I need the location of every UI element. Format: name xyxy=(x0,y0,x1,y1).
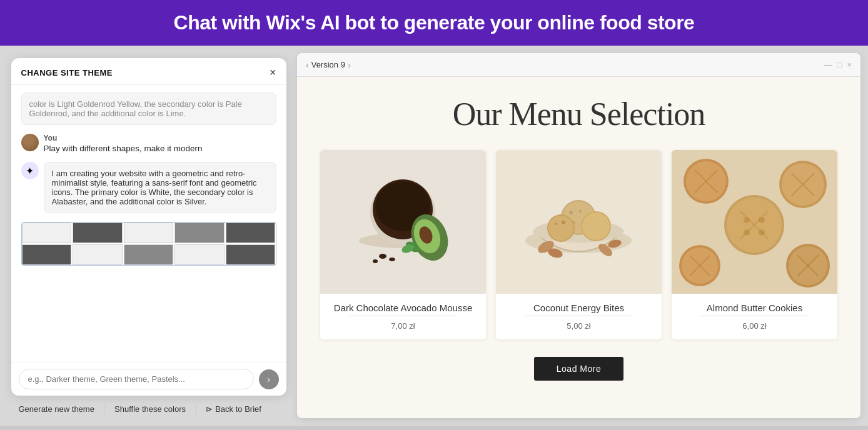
chat-actions: Generate new theme | Shuffle these color… xyxy=(11,396,286,419)
svg-point-10 xyxy=(373,259,378,263)
grid-cell-4 xyxy=(174,222,225,243)
chat-body: color is Light Goldenrod Yellow, the sec… xyxy=(11,85,286,362)
svg-point-39 xyxy=(759,217,765,223)
grid-cell-7 xyxy=(73,244,123,265)
product-info-energy: Coconut Energy Bites 5,00 zł xyxy=(496,294,662,339)
svg-point-24 xyxy=(548,216,573,241)
user-message-text: Play with different shapes, make it mode… xyxy=(44,144,203,153)
svg-point-25 xyxy=(555,222,557,225)
product-image-cookies xyxy=(672,150,837,294)
nav-prev-arrow[interactable]: ‹ xyxy=(306,60,309,70)
product-price-cookies: 6,00 zł xyxy=(682,321,827,331)
main-area: CHANGE SITE THEME × color is Light Golde… xyxy=(0,46,868,426)
generate-new-theme-button[interactable]: Generate new theme xyxy=(14,402,99,416)
generate-new-theme-label: Generate new theme xyxy=(19,404,94,414)
grid-cell-9 xyxy=(174,244,225,265)
browser-bar: ‹ Version 9 › — □ × xyxy=(297,53,860,77)
separator-1: | xyxy=(103,404,106,415)
product-price-chocolate: 7,00 zł xyxy=(330,321,476,331)
grid-cell-3 xyxy=(124,222,174,243)
grid-cell-8 xyxy=(124,244,174,265)
minimize-button[interactable]: — xyxy=(824,60,832,69)
ai-message-row: ✦ I am creating your website with a geom… xyxy=(21,162,276,213)
right-panel: ‹ Version 9 › — □ × Our Menu Selection xyxy=(297,53,860,418)
top-banner: Chat with Wix's AI bot to generate your … xyxy=(0,0,868,46)
back-to-brief-label: Back to Brief xyxy=(215,404,261,414)
site-title: Our Menu Selection xyxy=(453,96,705,132)
grid-cell-1 xyxy=(22,222,72,243)
back-to-brief-button[interactable]: ⊳ Back to Brief xyxy=(201,402,266,416)
svg-point-18 xyxy=(569,211,573,214)
svg-point-9 xyxy=(389,258,395,261)
product-info-cookies: Almond Butter Cookies 6,00 zł xyxy=(672,294,837,339)
chat-input[interactable] xyxy=(19,369,254,389)
chat-window: CHANGE SITE THEME × color is Light Golde… xyxy=(11,58,286,396)
prev-ai-text: color is Light Goldenrod Yellow, the sec… xyxy=(29,99,242,118)
product-divider-energy xyxy=(525,316,633,316)
theme-grid-preview xyxy=(21,222,276,266)
browser-close-button[interactable]: × xyxy=(847,60,852,69)
version-label: Version 9 xyxy=(311,60,345,69)
chat-header: CHANGE SITE THEME × xyxy=(11,58,286,85)
banner-text: Chat with Wix's AI bot to generate your … xyxy=(174,11,695,34)
svg-point-28 xyxy=(582,212,610,240)
products-grid: Dark Chocolate Avocado Mousse 7,00 zł xyxy=(310,150,848,339)
ai-icon: ✦ xyxy=(21,162,39,179)
svg-point-19 xyxy=(579,210,582,212)
site-content: Our Menu Selection xyxy=(297,77,860,418)
product-card-cookies: Almond Butter Cookies 6,00 zł xyxy=(672,150,837,339)
close-button[interactable]: × xyxy=(270,67,276,78)
you-label: You xyxy=(44,134,203,142)
grid-cell-6 xyxy=(22,244,72,265)
product-image-energy xyxy=(496,150,662,294)
product-card-energy: Coconut Energy Bites 5,00 zł xyxy=(496,150,662,339)
product-divider-chocolate xyxy=(349,316,457,316)
ai-message-text: I am creating your website with a geomet… xyxy=(52,169,257,206)
maximize-button[interactable]: □ xyxy=(837,60,842,69)
browser-nav: ‹ Version 9 › xyxy=(306,60,351,70)
send-button[interactable]: › xyxy=(259,369,279,389)
product-name-chocolate: Dark Chocolate Avocado Mousse xyxy=(330,302,476,313)
load-more-button[interactable]: Load More xyxy=(534,357,623,381)
svg-point-38 xyxy=(744,217,750,223)
user-message-content: You Play with different shapes, make it … xyxy=(44,134,203,153)
svg-point-26 xyxy=(562,221,565,224)
shuffle-label: Shuffle these colors xyxy=(114,404,186,414)
back-icon: ⊳ xyxy=(206,404,213,414)
product-card-chocolate: Dark Chocolate Avocado Mousse 7,00 zł xyxy=(320,150,486,339)
user-message-row: You Play with different shapes, make it … xyxy=(21,134,276,153)
nav-next-arrow[interactable]: › xyxy=(348,60,351,70)
product-name-cookies: Almond Butter Cookies xyxy=(682,302,827,313)
grid-cell-2 xyxy=(73,222,123,243)
browser-controls: — □ × xyxy=(824,60,852,69)
ai-sparkle-icon: ✦ xyxy=(26,165,34,177)
grid-cell-10 xyxy=(226,244,276,265)
product-price-energy: 5,00 zł xyxy=(506,321,652,331)
avatar xyxy=(21,134,39,151)
shuffle-these-colors-button[interactable]: Shuffle these colors xyxy=(109,402,191,416)
left-panel: CHANGE SITE THEME × color is Light Golde… xyxy=(0,46,297,426)
chat-input-row: › xyxy=(11,362,286,396)
chat-title: CHANGE SITE THEME xyxy=(21,68,113,78)
product-name-energy: Coconut Energy Bites xyxy=(506,302,652,313)
grid-cell-5 xyxy=(226,222,276,243)
product-image-chocolate xyxy=(320,150,486,294)
ai-message-bubble: I am creating your website with a geomet… xyxy=(44,162,276,213)
svg-point-41 xyxy=(759,229,765,236)
prev-ai-message: color is Light Goldenrod Yellow, the sec… xyxy=(21,92,276,125)
svg-point-40 xyxy=(744,229,750,236)
avatar-img xyxy=(21,134,39,151)
product-info-chocolate: Dark Chocolate Avocado Mousse 7,00 zł xyxy=(320,294,486,339)
product-divider-cookies xyxy=(700,316,809,316)
send-icon: › xyxy=(267,374,270,384)
separator-2: | xyxy=(194,404,197,415)
load-more-label: Load More xyxy=(557,364,601,374)
svg-point-8 xyxy=(379,254,386,259)
